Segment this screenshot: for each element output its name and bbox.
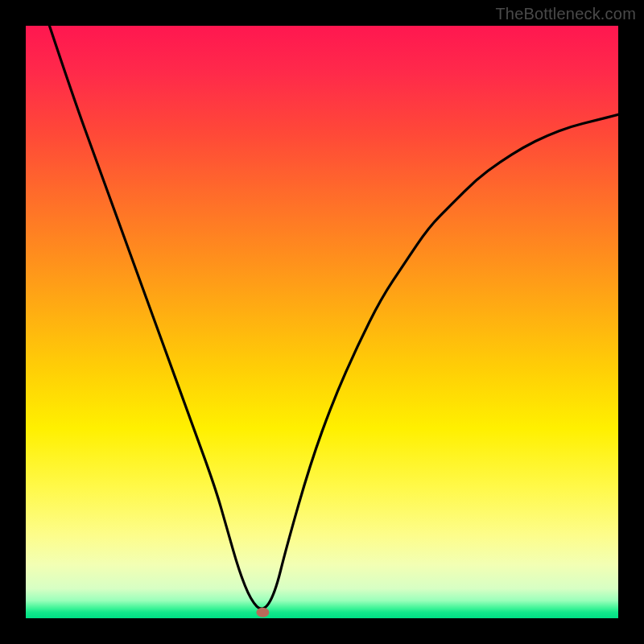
chart-frame: TheBottleneck.com [0, 0, 644, 644]
curve-svg [26, 26, 618, 618]
bottleneck-curve [49, 26, 618, 609]
plot-area [26, 26, 618, 618]
attribution-label: TheBottleneck.com [495, 5, 636, 23]
minimum-marker [256, 608, 269, 617]
